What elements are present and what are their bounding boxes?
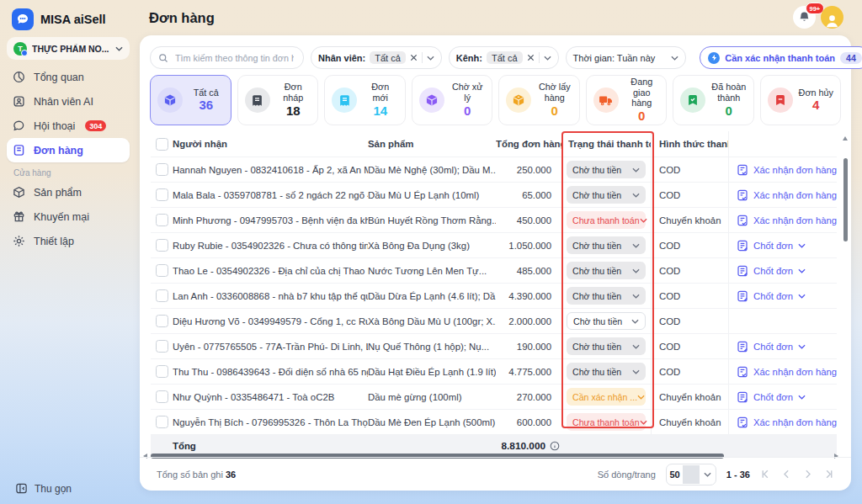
payment-status-dropdown[interactable]: Cần xác nhận ...	[567, 388, 646, 406]
row-action-button[interactable]: Xác nhận đơn hàng	[737, 366, 837, 378]
sidebar-item-promotions[interactable]: Khuyến mại	[7, 204, 130, 229]
last-page-button[interactable]	[823, 469, 834, 480]
recipient-cell: Thu Thu - 0986439643 - Đối diện số nhà 6…	[173, 367, 368, 377]
recipient-cell: Thao Le - 0354902326 - Địa chỉ của chị T…	[173, 266, 368, 276]
tab-pickup[interactable]: Chờ lấy hàng0	[498, 75, 580, 125]
row-checkbox[interactable]	[156, 315, 168, 327]
row-checkbox[interactable]	[156, 239, 168, 252]
recipient-cell: Lan Anh - 0336008868 - nhà b7 khu tập th…	[173, 291, 368, 301]
search-input[interactable]	[173, 52, 295, 64]
row-action-button[interactable]: Xác nhận đơn hàng	[737, 215, 837, 226]
payment-status-dropdown[interactable]: Chờ thu tiền	[567, 161, 646, 178]
chevron-down-icon[interactable]	[544, 56, 551, 61]
row-action-label: Xác nhận đơn hàng	[753, 417, 837, 427]
close-icon[interactable]	[527, 54, 535, 61]
ai-agent-icon	[13, 95, 25, 108]
payment-status-dropdown[interactable]: Chờ thu tiền	[567, 363, 646, 380]
tab-all-orders[interactable]: Tất cả36	[150, 75, 231, 125]
payment-status-dropdown[interactable]: Chưa thanh toán	[567, 211, 646, 229]
product-cell: Dầu Hạt Điều Ép Lạnh (1.9 lít)...	[368, 367, 496, 377]
row-checkbox[interactable]	[156, 188, 168, 201]
payment-status-dropdown[interactable]: Chờ thu tiền	[567, 236, 646, 254]
tab-new-order[interactable]: Đơn mới14	[324, 75, 406, 125]
close-icon[interactable]	[410, 54, 418, 61]
channel-filter[interactable]: Kênh: Tất cả	[449, 46, 559, 69]
tab-shipping-truck[interactable]: Đang giao hàng0	[586, 75, 668, 125]
recipient-cell: Nguyễn Thị Bích - 0796995326 - Thôn La T…	[173, 417, 368, 427]
brand: MISA aiSell	[0, 0, 136, 35]
row-action-label: Chốt đơn	[753, 291, 793, 301]
payment-method-cell: COD	[651, 233, 728, 257]
sidebar-item-orders[interactable]: Đơn hàng	[7, 138, 130, 162]
search-field[interactable]	[150, 46, 304, 69]
tab-label: Đơn mới	[363, 82, 398, 103]
time-filter-label: Thời gian: Tuần này	[573, 53, 656, 63]
row-action-button[interactable]: Chốt đơn	[737, 391, 806, 403]
row-action-button[interactable]: Xác nhận đơn hàng	[737, 416, 837, 428]
vertical-scrollbar[interactable]	[843, 135, 848, 387]
row-action-button[interactable]: Chốt đơn	[737, 265, 806, 277]
row-checkbox[interactable]	[156, 289, 168, 302]
sidebar-item-ai-agent[interactable]: Nhân viên AI	[7, 89, 130, 114]
vertical-scrollbar-thumb[interactable]	[843, 158, 848, 241]
tab-completed[interactable]: Đã hoàn thành0	[673, 75, 754, 125]
pagination: Số dòng/trang 50 1 - 36	[598, 464, 834, 485]
row-checkbox[interactable]	[156, 340, 168, 353]
chevron-down-icon	[631, 319, 639, 324]
tab-cancelled[interactable]: Đơn hủy4	[760, 75, 842, 125]
row-action-button[interactable]: Chốt đơn	[737, 341, 806, 353]
row-action-button[interactable]: Xác nhận đơn hàng	[737, 189, 837, 201]
sidebar-item-settings[interactable]: Thiết lập	[7, 229, 130, 253]
row-checkbox[interactable]	[156, 214, 168, 226]
tab-draft-order[interactable]: Đơn nháp18	[237, 75, 319, 125]
row-checkbox[interactable]	[156, 264, 168, 277]
payment-status-dropdown[interactable]: Chờ thu tiền	[567, 337, 646, 355]
payment-status-value: Chờ thu tiền	[572, 190, 621, 200]
confirm-payment-badge: 44	[840, 52, 862, 64]
rows-per-page-select[interactable]: 50	[666, 464, 716, 485]
payment-status-dropdown[interactable]: Chờ thu tiền	[567, 262, 646, 279]
records-count: Tổng số bản ghi36	[157, 470, 236, 480]
row-action-label: Chốt đơn	[753, 266, 793, 276]
product-cell: Dầu Dừa Ép Lạnh (4.6 lít); Dầ...	[368, 291, 496, 301]
prev-page-button[interactable]	[781, 469, 792, 480]
collapse-sidebar-button[interactable]: Thu gọn	[15, 482, 72, 495]
tab-count: 14	[373, 103, 387, 119]
workspace-selector[interactable]: T THỰC PHẨM NO...	[7, 37, 130, 60]
info-icon[interactable]	[550, 441, 560, 451]
sidebar-item-products[interactable]: Sản phẩm	[7, 180, 130, 204]
confirm-order-icon	[737, 366, 748, 378]
processing-icon	[419, 88, 444, 113]
next-page-button[interactable]	[802, 469, 813, 480]
confirm-payment-button[interactable]: Cần xác nhận thanh toán 44	[700, 46, 862, 69]
product-cell: Dầu Mè Đen Ép Lạnh (500ml)	[368, 417, 496, 427]
col-header-recipient: Người nhận	[173, 139, 368, 149]
product-cell: Dầu Mù U Ép Lạnh (10ml)	[368, 190, 496, 200]
row-checkbox[interactable]	[156, 365, 168, 378]
tab-processing[interactable]: Chờ xử lý0	[412, 75, 493, 125]
row-checkbox[interactable]	[156, 416, 168, 428]
row-action-button[interactable]: Chốt đơn	[737, 290, 806, 302]
payment-status-value: Chưa thanh toán	[572, 417, 640, 427]
row-action-button[interactable]: Chốt đơn	[737, 240, 806, 252]
row-checkbox[interactable]	[156, 163, 168, 176]
sidebar-item-overview[interactable]: Tổng quan	[7, 65, 130, 89]
time-filter[interactable]: Thời gian: Tuần này	[566, 46, 687, 69]
row-checkbox[interactable]	[156, 390, 168, 403]
scroll-up-arrow-icon[interactable]	[843, 136, 848, 141]
payment-status-dropdown[interactable]: Chờ thu tiền	[567, 287, 646, 305]
payment-status-dropdown[interactable]: Chờ thu tiền	[567, 312, 646, 330]
total-value: 8.810.000	[496, 440, 561, 452]
first-page-button[interactable]	[760, 469, 771, 480]
row-action-button[interactable]: Xác nhận đơn hàng	[737, 164, 837, 176]
sidebar-item-conversations[interactable]: Hội thoại304	[7, 114, 130, 138]
staff-filter[interactable]: Nhân viên: Tất cả	[311, 46, 442, 69]
select-all-checkbox[interactable]	[156, 138, 168, 151]
channel-filter-value: Tất cả	[487, 51, 523, 64]
payment-status-value: Chờ thu tiền	[572, 165, 621, 175]
payment-status-dropdown[interactable]: Chưa thanh toán	[567, 413, 646, 431]
collapse-icon	[15, 482, 28, 495]
chevron-down-icon[interactable]	[427, 56, 434, 61]
payment-status-dropdown[interactable]: Chờ thu tiền	[567, 186, 646, 204]
user-avatar[interactable]	[821, 6, 843, 29]
